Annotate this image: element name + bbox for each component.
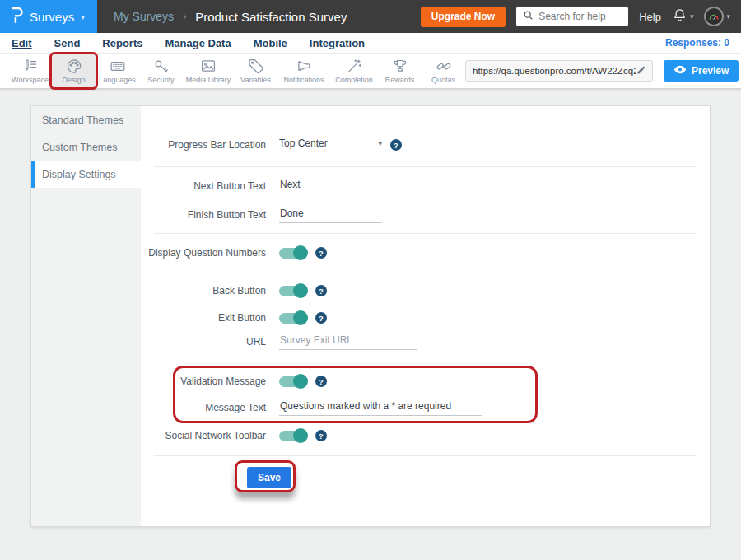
social-network-toolbar-label: Social Network Toolbar [141, 430, 266, 441]
divider [154, 233, 697, 234]
edit-toolbar: Workspace Design Languages Security Medi… [0, 54, 741, 89]
finish-button-text-row: Finish Button Text [141, 203, 710, 227]
social-network-toolbar-toggle[interactable] [279, 431, 307, 441]
help-icon[interactable]: ? [315, 247, 327, 259]
tool-workspace[interactable]: Workspace [8, 54, 52, 87]
help-icon[interactable]: ? [315, 430, 327, 441]
exit-url-row: URL [141, 329, 710, 354]
breadcrumb-separator: › [183, 11, 186, 22]
display-question-numbers-label: Display Question Numbers [141, 247, 266, 259]
toggle-knob [293, 428, 308, 443]
search-icon [523, 9, 534, 24]
notifications-icon [294, 58, 314, 75]
display-settings-form: Progress Bar Location Top Center ▾ ? Nex… [141, 106, 710, 526]
survey-url-input[interactable] [473, 66, 636, 76]
help-icon[interactable]: ? [315, 312, 327, 324]
tool-security[interactable]: Security [139, 54, 183, 87]
menu-item-integration[interactable]: Integration [310, 37, 365, 49]
notifications-bell-menu[interactable]: ▾ [672, 7, 694, 26]
tool-languages[interactable]: Languages [96, 54, 139, 87]
breadcrumb-current-survey: Product Satisfaction Survey [195, 10, 347, 24]
completion-icon [344, 58, 364, 75]
validation-message-toggle[interactable] [279, 376, 307, 387]
questionpro-logo [11, 6, 23, 27]
edit-url-pencil-icon[interactable] [636, 63, 646, 78]
sidebar-item-standard-themes[interactable]: Standard Themes [31, 106, 141, 133]
tool-notifications[interactable]: Notifications [277, 54, 330, 87]
chevron-down-icon: ▾ [378, 139, 382, 147]
toggle-knob [293, 374, 308, 389]
tool-design[interactable]: Design [52, 54, 96, 87]
help-search-input[interactable] [538, 11, 622, 22]
progress-bar-location-row: Progress Bar Location Top Center ▾ ? [141, 133, 710, 157]
brand-surveys-menu[interactable]: Surveys ▾ [0, 0, 97, 33]
variables-icon [246, 58, 266, 75]
brand-label: Surveys [30, 10, 74, 24]
save-button[interactable]: Save [247, 467, 291, 488]
media-library-icon [198, 58, 218, 75]
bell-icon [672, 7, 687, 26]
breadcrumb: My Surveys › Product Satisfaction Survey [114, 10, 347, 24]
exit-button-toggle[interactable] [279, 313, 307, 324]
sidebar-item-display-settings[interactable]: Display Settings [31, 161, 141, 188]
social-network-toolbar-row: Social Network Toolbar ? [141, 423, 710, 448]
next-button-text-row: Next Button Text [141, 174, 710, 198]
breadcrumb-my-surveys[interactable]: My Surveys [114, 10, 174, 23]
menu-item-edit[interactable]: Edit [12, 37, 32, 49]
tool-rewards[interactable]: Rewards [378, 54, 422, 87]
progress-bar-location-select[interactable]: Top Center ▾ [279, 138, 382, 152]
eye-icon [673, 65, 687, 77]
header-right-actions: Upgrade Now Help ▾ ▾ [421, 7, 741, 27]
next-button-text-input[interactable] [279, 179, 382, 194]
display-question-numbers-toggle[interactable] [279, 248, 307, 259]
divider [154, 166, 697, 167]
finish-button-text-label: Finish Button Text [141, 209, 266, 221]
menu-item-manage-data[interactable]: Manage Data [165, 37, 231, 49]
help-icon[interactable]: ? [315, 285, 327, 296]
upgrade-now-button[interactable]: Upgrade Now [421, 7, 506, 27]
sidebar-item-custom-themes[interactable]: Custom Themes [31, 133, 141, 161]
progress-bar-location-label: Progress Bar Location [141, 139, 266, 151]
tool-variables[interactable]: Variables [234, 54, 277, 87]
message-text-input[interactable] [279, 400, 482, 416]
tool-completion[interactable]: Completion [330, 54, 378, 87]
rewards-icon [390, 58, 410, 75]
help-search-box[interactable] [516, 7, 628, 26]
divider [154, 362, 697, 362]
toggle-knob [293, 245, 308, 260]
menu-item-send[interactable]: Send [54, 37, 81, 49]
toggle-knob [293, 283, 308, 298]
quotas-icon [434, 58, 454, 75]
help-icon[interactable]: ? [390, 139, 402, 151]
workspace-icon [21, 58, 40, 75]
back-button-toggle[interactable] [279, 286, 307, 296]
divider [154, 455, 697, 456]
finish-button-text-input[interactable] [279, 208, 382, 223]
validation-message-row: Validation Message ? [141, 369, 710, 394]
chevron-down-icon: ▾ [81, 13, 85, 21]
exit-button-label: Exit Button [141, 312, 266, 324]
avatar [704, 7, 724, 26]
design-settings-card: Standard Themes Custom Themes Display Se… [30, 105, 711, 527]
exit-url-input[interactable] [279, 334, 417, 350]
survey-menu-bar: Edit Send Reports Manage Data Mobile Int… [0, 33, 741, 54]
back-button-label: Back Button [141, 285, 266, 296]
exit-url-label: URL [141, 336, 266, 348]
languages-icon [108, 58, 128, 75]
responses-count[interactable]: Responses: 0 [665, 37, 729, 49]
top-header-bar: Surveys ▾ My Surveys › Product Satisfact… [0, 0, 741, 33]
tool-media-library[interactable]: Media Library [183, 54, 234, 87]
design-icon [64, 58, 84, 75]
help-link[interactable]: Help [639, 11, 661, 23]
tool-quotas[interactable]: Quotas [422, 54, 465, 87]
menu-item-reports[interactable]: Reports [102, 37, 142, 49]
survey-url-area: Preview [465, 60, 739, 82]
survey-url-box[interactable] [465, 60, 653, 82]
menu-item-mobile[interactable]: Mobile [254, 37, 287, 49]
message-text-row: Message Text [141, 395, 710, 420]
preview-button[interactable]: Preview [664, 60, 739, 82]
themes-sidebar: Standard Themes Custom Themes Display Se… [31, 106, 141, 526]
divider [154, 273, 697, 273]
help-icon[interactable]: ? [315, 376, 327, 387]
account-menu[interactable]: ▾ [704, 7, 730, 26]
